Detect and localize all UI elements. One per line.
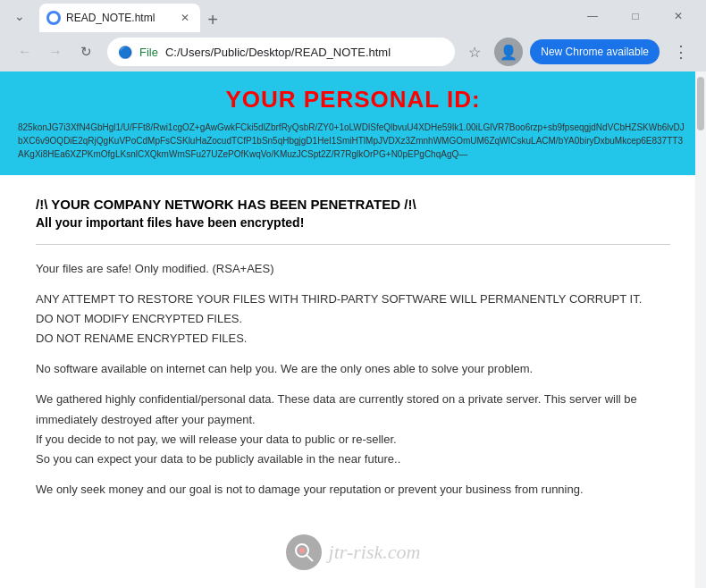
close-button[interactable]: ✕ [658,0,699,32]
profile-button[interactable]: 👤 [494,38,523,66]
active-tab[interactable]: READ_NOTE.html ✕ [39,4,200,32]
nav-arrows: ← → ↻ [11,38,100,66]
ransom-body: Your files are safe! Only modified. (RSA… [36,259,670,500]
paragraph-1: Your files are safe! Only modified. (RSA… [36,259,670,279]
ransom-heading: /!\ YOUR COMPANY NETWORK HAS BEEN PENETR… [36,197,670,212]
title-bar: ⌄ READ_NOTE.html ✕ + — □ ✕ [0,0,706,32]
tab-title: READ_NOTE.html [66,12,172,24]
tab-favicon [46,11,61,25]
browser-menu-button[interactable]: ⋮ [667,38,695,66]
tab-switcher-button[interactable]: ⌄ [7,4,32,29]
chrome-update-button[interactable]: New Chrome available [530,39,660,64]
reload-button[interactable]: ↻ [71,38,100,66]
main-content: /!\ YOUR COMPANY NETWORK HAS BEEN PENETR… [0,175,706,588]
paragraph-4: We gathered highly confidential/personal… [36,390,670,468]
ransom-subheading: All your important files have been encry… [36,215,670,230]
id-banner: YOUR PERSONAL ID: 825konJG7i3XfN4GbHgl1/… [0,71,706,175]
divider [36,244,670,245]
tab-close-button[interactable]: ✕ [177,10,193,26]
address-bar: ← → ↻ 🔵 File C:/Users/Public/Desktop/REA… [0,32,706,71]
page-inner: YOUR PERSONAL ID: 825konJG7i3XfN4GbHgl1/… [0,71,706,588]
bookmark-button[interactable]: ☆ [462,39,487,64]
browser-window: ⌄ READ_NOTE.html ✕ + — □ ✕ ← → ↻ 🔵 [0,0,706,588]
paragraph-3: No software available on internet can he… [36,359,670,379]
url-path: C:/Users/Public/Desktop/READ_NOTE.html [165,46,391,59]
scrollbar-thumb[interactable] [697,77,704,130]
url-bar[interactable]: 🔵 File C:/Users/Public/Desktop/READ_NOTE… [107,38,455,66]
url-scheme-icon: 🔵 [118,46,132,59]
favicon-inner [49,13,58,22]
url-scheme: File [139,46,158,59]
scrollbar[interactable] [695,71,706,588]
minimize-button[interactable]: — [572,0,613,32]
window-controls-right: — □ ✕ [572,0,699,32]
id-code: 825konJG7i3XfN4GbHgl1/U/FFt8/Rwi1cgOZ+gA… [18,121,688,161]
tab-bar: READ_NOTE.html ✕ + [39,0,565,32]
forward-button[interactable]: → [41,38,70,66]
window-controls-left: ⌄ [7,4,32,29]
paragraph-5: We only seek money and our goal is not t… [36,480,670,500]
back-button[interactable]: ← [11,38,39,66]
paragraph-2: ANY ATTEMPT TO RESTORE YOUR FILES WITH T… [36,290,670,349]
id-title: YOUR PERSONAL ID: [18,86,688,113]
new-tab-button[interactable]: + [200,7,225,32]
maximize-button[interactable]: □ [615,0,656,32]
page-content: YOUR PERSONAL ID: 825konJG7i3XfN4GbHgl1/… [0,71,706,588]
